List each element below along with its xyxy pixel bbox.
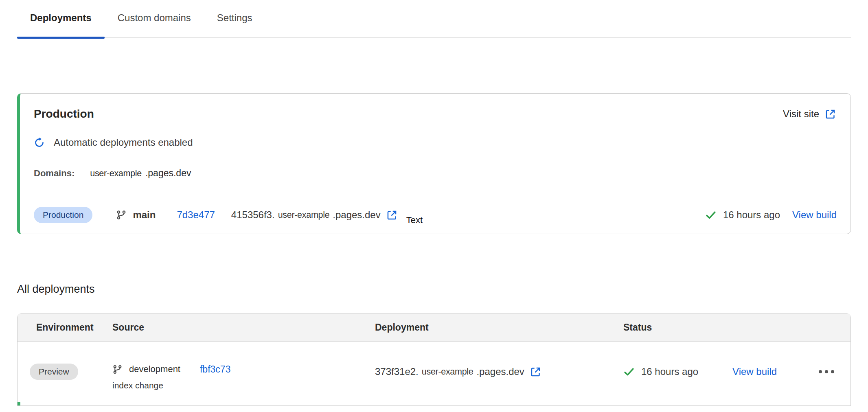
visit-site-link[interactable]: Visit site [783,108,836,120]
success-check-icon [705,209,717,221]
tab-settings[interactable]: Settings [204,0,265,37]
domain-suffix: .pages.dev [145,168,191,178]
source-cell: development fbf3c73 index change [112,342,375,402]
commit-link[interactable]: 7d3e477 [177,209,215,221]
domain-value: user-example.pages.dev [90,168,191,179]
branch-name: development [129,364,180,375]
success-check-icon [623,366,635,377]
deployments-table: Environment Source Deployment Status Pre… [17,313,851,406]
production-deployment-row: Production main 7d3e477 415356f3. user-e… [20,196,850,234]
domain-name: user-example [90,169,142,178]
production-deployment-status: 16 hours ago View build [705,209,837,221]
deployment-url-prefix: 415356f3. [231,209,275,221]
auto-deployments-text: Automatic deployments enabled [54,137,193,148]
visit-site-label: Visit site [783,108,819,120]
view-build-link[interactable]: View build [792,209,837,221]
more-options-icon[interactable] [819,370,834,373]
environment-cell: Preview [36,364,112,380]
environment-badge-preview: Preview [30,364,78,380]
deployment-url-name: user-example [422,367,473,377]
external-link-icon [825,109,836,120]
table-header-row: Environment Source Deployment Status [18,314,850,342]
tab-deployments[interactable]: Deployments [17,0,105,37]
next-row-partial [18,402,850,405]
production-card-header: Production Visit site [20,94,850,121]
column-deployment: Deployment [375,322,623,333]
environment-badge-production: Production [34,207,92,223]
column-status: Status [623,322,850,333]
tab-custom-domains[interactable]: Custom domains [105,0,204,37]
note-label: Text [406,215,423,226]
commit-message: index change [112,381,375,390]
git-branch-icon [116,210,127,220]
auto-deployments-status: Automatic deployments enabled [20,137,850,148]
refresh-icon [34,137,45,148]
external-link-icon[interactable] [530,366,541,377]
deployment-time: 16 hours ago [641,366,698,377]
tab-bar: Deployments Custom domains Settings [17,0,851,38]
deployment-url-suffix: .pages.dev [476,366,524,377]
deployment-url-suffix: .pages.dev [333,209,380,221]
view-build-link[interactable]: View build [732,366,777,377]
deployment-url-name: user-example [278,210,330,220]
column-source: Source [112,322,375,333]
deployment-time: 16 hours ago [723,209,780,221]
deployment-url-prefix: 373f31e2. [375,366,419,377]
production-title: Production [34,107,94,121]
commit-link[interactable]: fbf3c73 [200,364,230,375]
table-row: Preview development fbf3c73 index change… [18,342,850,402]
domains-row: Domains: user-example.pages.dev [20,168,850,179]
domains-label: Domains: [34,168,75,179]
column-environment: Environment [36,322,112,333]
external-link-icon[interactable] [386,210,397,221]
branch-group: main [116,209,156,221]
branch-name: main [133,209,156,221]
all-deployments-heading: All deployments [17,283,851,296]
git-branch-icon [112,364,123,375]
deployment-cell: 373f31e2. user-example .pages.dev [375,366,623,377]
deployment-url: 415356f3. user-example .pages.dev [231,209,397,221]
production-deployment-info: Production main 7d3e477 415356f3. user-e… [34,204,423,226]
source-branch-line: development fbf3c73 [112,360,375,378]
production-card: Production Visit site Automatic deployme… [17,93,851,234]
status-cell: 16 hours ago View build [623,366,850,377]
